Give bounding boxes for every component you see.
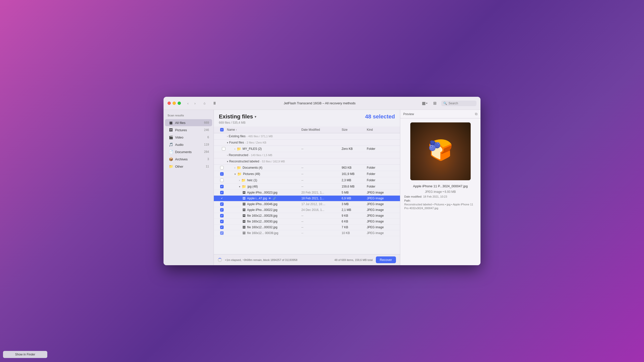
file-name: Pictures (49)	[243, 172, 260, 176]
forward-button[interactable]: ›	[192, 100, 198, 106]
sidebar-item-label: All files	[175, 121, 202, 125]
spinner	[218, 258, 222, 262]
recover-button[interactable]: Recover	[376, 256, 396, 263]
row-checkbox[interactable]	[220, 214, 224, 217]
file-name: MY_FILES (2)	[243, 147, 262, 151]
file-name: Apple iPho...00022.jpg	[247, 208, 277, 212]
expand-icon[interactable]: ›	[234, 166, 235, 169]
row-checkbox[interactable]	[220, 185, 224, 188]
sidebar-item-label: Audio	[175, 143, 202, 147]
file-type-icon: 🖼	[243, 231, 246, 235]
archives-icon: 📦	[169, 157, 173, 161]
sidebar-item-archives[interactable]: 📦 Archives 3	[165, 156, 212, 163]
group-label-text: Found files	[229, 141, 244, 144]
sidebar-item-documents[interactable]: 📄 Documents 284	[165, 148, 212, 155]
sidebar: Scan results ▦ All files 669 🖼 Pictures …	[164, 110, 214, 265]
file-date: 18 Feb 2021, 1...	[301, 197, 342, 200]
file-name: file 160x12...00028.jpg	[247, 214, 277, 217]
table-header: Name Date Modified Size Kind	[214, 126, 400, 133]
sidebar-item-count: 11	[206, 165, 209, 168]
group-existing-files[interactable]: › Existing files - 465 files / 371,1 MB	[214, 133, 400, 140]
titlebar: ‹ › ⌂ ⏸ JetFlash Transcend 16GB – All re…	[164, 97, 480, 110]
column-size[interactable]: Size	[342, 128, 367, 131]
table-row[interactable]: 🖼 file 160x12...00030.jpg -- 6 KB JPEG i…	[214, 219, 400, 224]
table-row[interactable]: › 📁 Documents (4) -- 963 KB Folder	[214, 165, 400, 171]
file-table-container[interactable]: Name Date Modified Size Kind	[214, 126, 400, 254]
file-date: 20 Feb 2021, 1...	[301, 191, 342, 194]
table-row[interactable]: › 📁 MY_FILES (2) -- Zero KB Folder	[214, 146, 400, 152]
maximize-button[interactable]	[178, 102, 181, 105]
table-row[interactable]: ▾ 📁 jpg (48) -- 159,6 MB Folder	[214, 184, 400, 190]
file-date: 24 Dec 2016, 1...	[301, 208, 342, 212]
header-checkbox-cell	[217, 128, 227, 131]
home-button[interactable]: ⌂	[201, 100, 208, 107]
sidebar-item-other[interactable]: 📁 Other 11	[165, 163, 212, 170]
row-checkbox[interactable]	[220, 220, 224, 223]
sidebar-item-label: Documents	[175, 150, 202, 154]
row-checkbox[interactable]	[220, 231, 224, 235]
minimize-button[interactable]	[173, 102, 176, 105]
group-reconstructed[interactable]: › Reconstructed - 149 files / 1,5 MB	[214, 152, 400, 158]
row-checkbox[interactable]	[220, 225, 224, 229]
file-name-cell: 🖼 file 160x12...00032.jpg	[227, 225, 301, 229]
title-dropdown-arrow[interactable]: ▾	[255, 115, 256, 119]
preview-title: Preview	[403, 112, 414, 116]
file-date: --	[301, 231, 342, 235]
date-value: 18 Feb 2021, 10:23	[423, 195, 447, 198]
sidebar-item-pictures[interactable]: 🖼 Pictures 246	[165, 126, 212, 133]
expand-icon[interactable]: ›	[234, 148, 235, 150]
file-kind: Folder	[367, 172, 397, 176]
expand-icon[interactable]: ›	[239, 179, 240, 182]
table-row[interactable]: 🖼 Apple iPho...00046.jpg 17 Jul 2012, 16…	[214, 201, 400, 207]
file-size: 9 KB	[342, 214, 367, 217]
main-header: Existing files ▾ 669 files / 535,4 MB 48…	[214, 110, 400, 126]
search-input[interactable]	[449, 102, 474, 105]
row-checkbox[interactable]	[220, 172, 224, 176]
row-checkbox[interactable]	[220, 202, 224, 206]
close-button[interactable]	[168, 102, 171, 105]
main-title: Existing files ▾ 669 files / 535,4 MB	[219, 113, 256, 124]
selected-count: 48 selected	[365, 113, 395, 120]
column-kind[interactable]: Kind	[367, 128, 397, 131]
file-size: Zero KB	[342, 147, 367, 151]
column-name[interactable]: Name	[227, 128, 301, 131]
sidebar-item-video[interactable]: 🎬 Video 6	[165, 134, 212, 141]
back-button[interactable]: ‹	[185, 100, 191, 106]
nav-buttons: ‹ ›	[185, 100, 198, 106]
eye-icon: 👁	[268, 197, 271, 200]
table-row[interactable]: 🖼 Apple iPho...00022.jpg 24 Dec 2016, 1.…	[214, 207, 400, 213]
row-checkbox[interactable]	[220, 191, 224, 194]
sidebar-item-audio[interactable]: 🎵 Audio 119	[165, 141, 212, 148]
expand-icon[interactable]: ▾	[239, 185, 240, 188]
table-row[interactable]: 🖼 Apple iPho...00023.jpg 20 Feb 2021, 1.…	[214, 190, 400, 196]
table-row[interactable]: 🖼 Apple i...47.jpg 👁 🔗 18 Feb 2021, 1...…	[214, 196, 400, 201]
video-icon: 🎬	[169, 135, 173, 140]
column-date-modified[interactable]: Date Modified	[301, 128, 342, 131]
sidebar-item-all-files[interactable]: ▦ All files 669	[165, 119, 212, 126]
copy-icon[interactable]: ⧉	[475, 112, 477, 116]
table-row[interactable]: 🖼 file 160x12...00032.jpg -- 7 KB JPEG i…	[214, 224, 400, 230]
row-checkbox[interactable]	[220, 208, 224, 212]
table-row[interactable]: ▾ 📁 Pictures (49) -- 161,9 MB Folder	[214, 171, 400, 177]
row-checkbox[interactable]	[220, 197, 224, 200]
select-all-checkbox[interactable]	[220, 128, 224, 131]
row-checkbox[interactable]	[222, 147, 225, 151]
row-checkbox[interactable]	[220, 166, 224, 169]
table-row[interactable]: 🖼 file 160x12... 00039.jpg -- 10 KB JPEG…	[214, 230, 400, 236]
all-files-icon: ▦	[169, 120, 173, 125]
group-found-files[interactable]: ▾ Found files - 2 files / Zero KB	[214, 140, 400, 146]
grid-view-button[interactable]: ▦ ▾	[421, 100, 428, 107]
filter-button[interactable]: ⊞	[431, 100, 438, 107]
folder-icon: 📁	[237, 166, 241, 170]
expand-icon[interactable]: ▾	[234, 173, 236, 175]
path-value: Reconstructed labeled • Pictures • jpg •…	[404, 203, 476, 210]
file-name: Apple iPho...00046.jpg	[247, 202, 277, 206]
pause-button[interactable]: ⏸	[211, 100, 218, 107]
file-name: Documents (4)	[243, 166, 262, 169]
group-reconstructed-labeled[interactable]: ▾ Reconstructed labeled - 53 files / 162…	[214, 158, 400, 165]
search-bar[interactable]: 🔍	[441, 101, 476, 106]
table-row[interactable]: › 📁 heic (1) -- 2,3 MB Folder	[214, 177, 400, 184]
row-checkbox[interactable]	[220, 178, 224, 182]
file-kind: JPEG image	[367, 191, 397, 194]
table-row[interactable]: 🖼 file 160x12...00028.jpg -- 9 KB JPEG i…	[214, 213, 400, 219]
